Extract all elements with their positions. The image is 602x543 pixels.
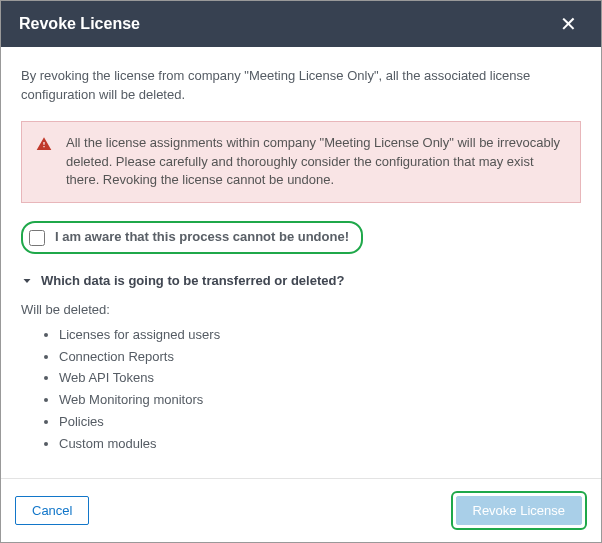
chevron-down-icon (21, 275, 33, 287)
primary-button-highlight: Revoke License (451, 491, 588, 530)
revoke-license-button[interactable]: Revoke License (456, 496, 583, 525)
close-button[interactable]: ✕ (554, 10, 583, 38)
warning-alert: All the license assignments within compa… (21, 121, 581, 204)
dialog-body: By revoking the license from company "Me… (1, 47, 601, 478)
acknowledge-checkbox[interactable] (29, 230, 45, 246)
list-item: Licenses for assigned users (59, 326, 581, 345)
details-toggle[interactable]: Which data is going to be transferred or… (21, 272, 581, 291)
deleted-list: Licenses for assigned users Connection R… (41, 326, 581, 454)
acknowledge-label[interactable]: I am aware that this process cannot be u… (55, 228, 349, 247)
list-item: Web Monitoring monitors (59, 391, 581, 410)
list-item: Web API Tokens (59, 369, 581, 388)
dialog-footer: Cancel Revoke License (1, 478, 601, 542)
warning-text: All the license assignments within compa… (66, 135, 560, 188)
list-item: Custom modules (59, 435, 581, 454)
list-item: Connection Reports (59, 348, 581, 367)
dialog-titlebar: Revoke License ✕ (1, 1, 601, 47)
deleted-subheading: Will be deleted: (21, 301, 581, 320)
details-heading: Which data is going to be transferred or… (41, 272, 344, 291)
intro-text: By revoking the license from company "Me… (21, 67, 581, 105)
dialog-title: Revoke License (19, 15, 140, 33)
list-item: Policies (59, 413, 581, 432)
cancel-button[interactable]: Cancel (15, 496, 89, 525)
revoke-license-dialog: Revoke License ✕ By revoking the license… (0, 0, 602, 543)
close-icon: ✕ (560, 13, 577, 35)
acknowledge-row[interactable]: I am aware that this process cannot be u… (21, 221, 363, 254)
